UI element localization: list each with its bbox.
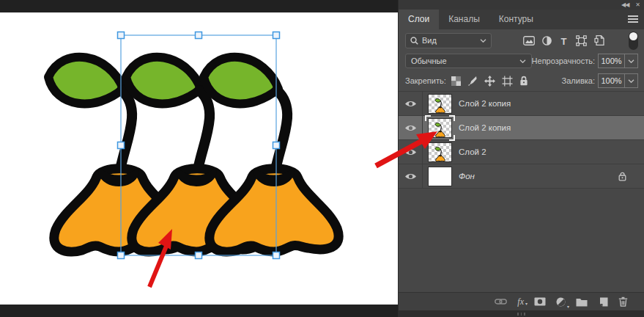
- layer-visibility-toggle[interactable]: [399, 116, 423, 139]
- layer-visibility-toggle[interactable]: [399, 140, 423, 164]
- document-canvas[interactable]: [0, 12, 398, 305]
- layer-name[interactable]: Слой 2: [459, 147, 644, 156]
- layer-mask-icon[interactable]: [534, 297, 546, 306]
- layer-filter-row: Вид T: [399, 29, 644, 51]
- layer-row[interactable]: Слой 2 копия: [399, 92, 644, 116]
- layer-lock-icon: [618, 172, 626, 181]
- layer-thumbnail[interactable]: [428, 94, 452, 114]
- eye-icon: [404, 172, 417, 181]
- fx-label: fx: [517, 297, 524, 306]
- layer-visibility-toggle[interactable]: [399, 164, 423, 188]
- search-icon: [410, 37, 418, 45]
- panel-bottom-bar: fx ▾ ▾: [399, 292, 644, 310]
- chevron-down-icon: [628, 79, 634, 83]
- filter-type-buttons: T: [523, 35, 604, 46]
- panel-resize-grip[interactable]: [399, 310, 644, 317]
- link-layers-icon[interactable]: [495, 297, 507, 306]
- toggle-ball: [629, 32, 637, 40]
- type-filter-icon[interactable]: T: [559, 36, 569, 45]
- lock-artboard-icon[interactable]: [502, 76, 513, 87]
- panel-tabbar: Слои Каналы Контуры: [399, 10, 644, 29]
- new-group-icon[interactable]: [576, 297, 588, 307]
- layers-panel: ◀◀ ✕ Слои Каналы Контуры Вид: [398, 0, 644, 317]
- pixel-filter-icon[interactable]: [523, 36, 535, 45]
- fill-dropdown[interactable]: [625, 73, 638, 88]
- svg-text:T: T: [561, 36, 567, 45]
- collapse-panels-icon[interactable]: ◀◀: [621, 2, 629, 8]
- tab-layers[interactable]: Слои: [399, 10, 439, 29]
- layer-name[interactable]: Фон: [459, 172, 618, 181]
- chevron-down-icon: [628, 59, 634, 63]
- eye-icon: [404, 100, 417, 108]
- lock-position-icon[interactable]: [484, 76, 495, 87]
- opacity-value[interactable]: 100%: [598, 54, 625, 68]
- layer-thumbnail[interactable]: [428, 118, 452, 138]
- layer-visibility-toggle[interactable]: [399, 92, 423, 115]
- adjustment-layer-icon: [556, 297, 566, 307]
- layers-list: Слой 2 копия Слой 2 копия: [399, 91, 644, 189]
- photoshop-window: ◀◀ ✕ Слои Каналы Контуры Вид: [0, 0, 644, 317]
- adjustment-layer-button[interactable]: ▾: [556, 297, 566, 307]
- blend-mode-value: Обычные: [411, 57, 519, 65]
- fill-value[interactable]: 100%: [598, 73, 625, 88]
- adjustment-filter-icon[interactable]: [542, 36, 552, 45]
- eye-icon: [404, 124, 417, 132]
- panel-titlebar: ◀◀ ✕: [399, 0, 644, 10]
- tab-paths[interactable]: Контуры: [489, 10, 543, 29]
- layer-row[interactable]: Фон: [399, 164, 644, 189]
- chevron-down-icon: [519, 59, 526, 63]
- layer-name[interactable]: Слой 2 копия: [459, 99, 644, 108]
- filter-kind-select[interactable]: Вид: [405, 33, 492, 48]
- lock-transparency-icon[interactable]: [451, 76, 461, 86]
- document-area: [0, 0, 398, 317]
- caret-icon: ▾: [567, 304, 569, 309]
- layer-row[interactable]: Слой 2: [399, 140, 644, 164]
- lock-label: Закрепить:: [405, 76, 446, 85]
- pear-3: [204, 57, 338, 252]
- shape-filter-icon[interactable]: [576, 35, 587, 46]
- lock-pixels-icon[interactable]: [467, 76, 478, 86]
- filter-toggle-switch[interactable]: [629, 32, 638, 50]
- lock-all-icon[interactable]: [519, 76, 528, 86]
- layer-thumbnail[interactable]: [428, 167, 452, 186]
- opacity-dropdown[interactable]: [625, 54, 638, 68]
- document-tab-bar: [0, 0, 398, 12]
- fill-label: Заливка:: [562, 76, 595, 85]
- tab-channels[interactable]: Каналы: [439, 10, 489, 29]
- layer-name[interactable]: Слой 2 копия: [459, 123, 644, 132]
- layer-row[interactable]: Слой 2 копия: [399, 116, 644, 140]
- filter-kind-label: Вид: [422, 36, 480, 45]
- chevron-down-icon: [480, 39, 486, 43]
- layer-thumbnail[interactable]: [428, 142, 452, 162]
- fill-control: 100%: [598, 73, 638, 88]
- panel-empty-area: [399, 189, 644, 292]
- smart-object-filter-icon[interactable]: [594, 35, 604, 45]
- opacity-label: Непрозрачность:: [532, 57, 595, 65]
- panel-menu-icon[interactable]: [628, 15, 638, 24]
- mini-pear-icon: [434, 145, 446, 162]
- pears-artwork: [0, 12, 398, 305]
- caret-icon: ▾: [525, 299, 528, 308]
- mini-pear-icon: [434, 120, 446, 138]
- layer-style-fx-button[interactable]: fx ▾: [517, 297, 524, 306]
- blend-opacity-row: Обычные Непрозрачность: 100%: [399, 51, 644, 70]
- new-layer-icon[interactable]: [598, 297, 608, 307]
- lock-buttons: [451, 76, 528, 87]
- document-bottom-bar: [0, 305, 398, 317]
- close-panel-icon[interactable]: ✕: [635, 2, 640, 8]
- opacity-control: 100%: [598, 54, 638, 68]
- mini-pear-icon: [434, 96, 446, 114]
- delete-layer-icon[interactable]: [618, 296, 628, 307]
- eye-icon: [404, 148, 417, 156]
- lock-fill-row: Закрепить:: [399, 70, 644, 91]
- blend-mode-select[interactable]: Обычные: [405, 54, 532, 68]
